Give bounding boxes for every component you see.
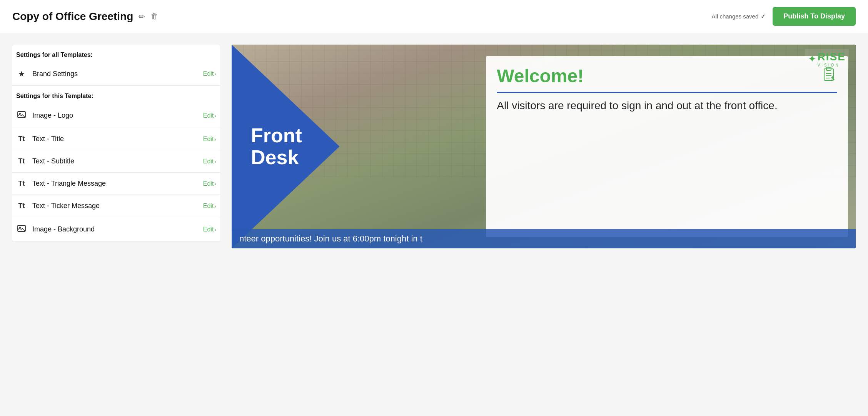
sidebar-item-ticker-left: Tt Text - Ticker Message [16, 202, 100, 210]
text-ticker-edit-text: Edit [203, 203, 214, 210]
text-ticker-label: Text - Ticker Message [32, 202, 100, 210]
brand-settings-edit[interactable]: Edit › [203, 70, 216, 77]
text-triangle-edit-text: Edit [203, 180, 214, 187]
sidebar-item-text-triangle[interactable]: Tt Text - Triangle Message Edit › [12, 173, 220, 195]
chevron-right-icon5: › [214, 181, 216, 187]
chevron-right-icon: › [214, 71, 216, 77]
main-content: Settings for all Templates: ★ Brand Sett… [0, 33, 868, 260]
brand-settings-label: Brand Settings [32, 70, 78, 78]
chevron-right-icon3: › [214, 136, 216, 142]
section2-label: Settings for this Template: [12, 86, 220, 103]
preview-display: ✦ RISE VISION Front Desk Welcome! [232, 45, 856, 248]
star-icon: ★ [16, 69, 27, 78]
message-body-text: All visitors are required to sign in and… [497, 98, 837, 113]
rise-logo-sub: VISION [818, 63, 846, 67]
text-icon-triangle: Tt [16, 180, 27, 188]
sidebar: Settings for all Templates: ★ Brand Sett… [12, 45, 220, 242]
text-triangle-label: Text - Triangle Message [32, 180, 106, 188]
image-background-edit-text: Edit [203, 226, 214, 233]
sidebar-item-text-title[interactable]: Tt Text - Title Edit › [12, 128, 220, 150]
delete-icon[interactable]: 🗑 [150, 12, 158, 21]
text-icon-subtitle: Tt [16, 157, 27, 165]
text-triangle-edit[interactable]: Edit › [203, 180, 216, 187]
preview-area: ✦ RISE VISION Front Desk Welcome! [232, 45, 856, 248]
sidebar-item-image-background[interactable]: Image - Background Edit › [12, 217, 220, 242]
image-logo-label: Image - Logo [32, 111, 73, 120]
sidebar-item-image-logo[interactable]: Image - Logo Edit › [12, 103, 220, 128]
text-subtitle-edit-text: Edit [203, 158, 214, 165]
sidebar-item-brand-left: ★ Brand Settings [16, 69, 78, 78]
welcome-row: Welcome! [497, 65, 837, 87]
rise-logo-text: RISE [818, 51, 846, 63]
sidebar-item-subtitle-left: Tt Text - Subtitle [16, 157, 74, 165]
brand-settings-edit-text: Edit [203, 70, 214, 77]
text-icon-title: Tt [16, 135, 27, 143]
saved-text-label: All changes saved [712, 13, 759, 20]
ticker-bar: nteer opportunities! Join us at 6:00pm t… [232, 229, 856, 248]
page-title: Copy of Office Greeting [12, 10, 133, 23]
image-background-label: Image - Background [32, 225, 95, 233]
image-background-edit[interactable]: Edit › [203, 226, 216, 233]
triangle-message: Front Desk [243, 125, 302, 168]
header-left: Copy of Office Greeting ✏ 🗑 [12, 10, 158, 23]
edit-title-icon[interactable]: ✏ [139, 12, 145, 21]
header: Copy of Office Greeting ✏ 🗑 All changes … [0, 0, 868, 33]
publish-button[interactable]: Publish To Display [773, 7, 856, 26]
ticker-text: nteer opportunities! Join us at 6:00pm t… [239, 234, 422, 243]
text-title-edit-text: Edit [203, 136, 214, 143]
welcome-text: Welcome! [497, 65, 584, 87]
image-logo-edit-text: Edit [203, 112, 214, 119]
sidebar-item-text-ticker[interactable]: Tt Text - Ticker Message Edit › [12, 195, 220, 217]
message-divider [497, 92, 837, 93]
triangle-line1: Front [251, 125, 302, 146]
header-right: All changes saved ✓ Publish To Display [712, 7, 856, 26]
sidebar-item-brand-settings[interactable]: ★ Brand Settings Edit › [12, 62, 220, 86]
image-icon-logo [16, 110, 27, 121]
saved-check-icon: ✓ [761, 13, 766, 20]
message-box: Welcome! All visitors are required t [486, 56, 848, 237]
sidebar-item-text-subtitle[interactable]: Tt Text - Subtitle Edit › [12, 150, 220, 173]
text-title-edit[interactable]: Edit › [203, 136, 216, 143]
rise-vision-logo: ✦ RISE VISION [805, 49, 849, 69]
sidebar-item-triangle-left: Tt Text - Triangle Message [16, 180, 106, 188]
text-ticker-edit[interactable]: Edit › [203, 203, 216, 210]
chevron-right-icon6: › [214, 203, 216, 209]
text-icon-ticker: Tt [16, 202, 27, 210]
triangle-line2: Desk [251, 146, 302, 168]
sidebar-item-title-left: Tt Text - Title [16, 135, 64, 143]
sidebar-item-bg-left: Image - Background [16, 224, 95, 235]
image-logo-edit[interactable]: Edit › [203, 112, 216, 119]
image-icon-bg [16, 224, 27, 235]
chevron-right-icon7: › [214, 226, 216, 233]
text-subtitle-edit[interactable]: Edit › [203, 158, 216, 165]
text-title-label: Text - Title [32, 135, 64, 143]
text-subtitle-label: Text - Subtitle [32, 157, 74, 165]
section1-label: Settings for all Templates: [12, 45, 220, 62]
chevron-right-icon4: › [214, 158, 216, 165]
chevron-right-icon2: › [214, 113, 216, 119]
sidebar-item-logo-left: Image - Logo [16, 110, 73, 121]
saved-status: All changes saved ✓ [712, 13, 766, 20]
